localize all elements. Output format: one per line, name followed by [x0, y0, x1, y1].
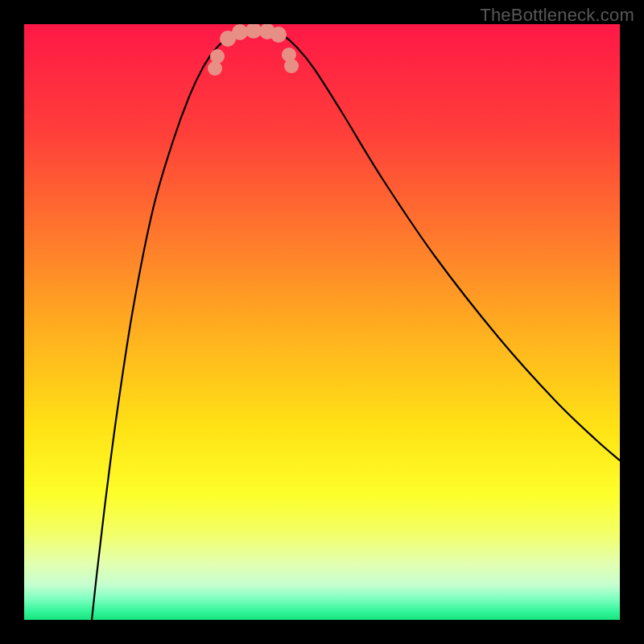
- highlight-marker: [208, 61, 222, 76]
- plot-area: [24, 24, 620, 620]
- highlight-marker: [232, 24, 248, 40]
- watermark-text: TheBottleneck.com: [480, 5, 634, 26]
- chart-svg: [24, 24, 620, 620]
- chart-frame: TheBottleneck.com: [0, 0, 644, 644]
- highlight-marker: [270, 27, 287, 43]
- highlight-marker: [284, 59, 299, 73]
- gradient-background: [24, 24, 620, 620]
- highlight-marker: [210, 49, 225, 64]
